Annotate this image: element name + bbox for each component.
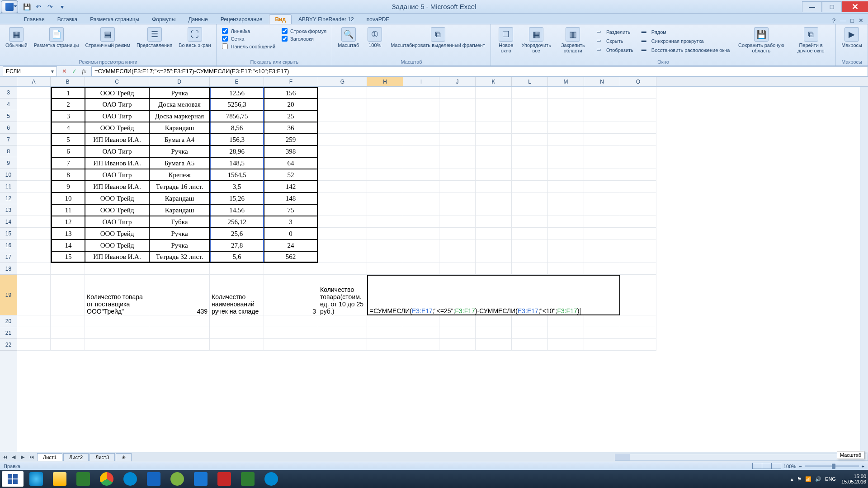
cell[interactable] [403,157,439,169]
cell[interactable]: ИП Иванов И.А. [85,157,149,169]
cell[interactable] [439,122,476,134]
cell[interactable]: ООО Трейд [85,192,149,204]
cell[interactable] [620,275,656,315]
row-header-8[interactable]: 8 [0,145,17,157]
cell[interactable] [584,204,620,216]
cell[interactable] [439,99,476,110]
cell[interactable] [17,87,51,99]
cell[interactable] [367,134,403,145]
cell[interactable] [367,204,403,216]
cell[interactable]: ООО Трейд [85,87,149,99]
cell[interactable]: 25,6 [210,228,264,239]
grid[interactable]: 345678910111213141516171819202122 1ООО Т… [0,87,868,452]
cell[interactable]: Доска маркерная [149,110,210,122]
gridlines-checkbox[interactable]: Сетка [222,36,275,42]
cell[interactable] [512,315,548,327]
cell[interactable] [17,110,51,122]
cell[interactable] [149,327,210,339]
cell[interactable]: 75 [264,204,318,216]
cell[interactable] [17,145,51,157]
cell[interactable]: 12 [51,216,85,228]
cell[interactable] [584,87,620,99]
row-header-11[interactable]: 11 [0,181,17,192]
cell[interactable]: 259 [264,134,318,145]
tray-flag-icon[interactable]: ⚑ [797,476,802,482]
cell[interactable] [620,204,656,216]
cell[interactable] [210,339,264,351]
cell[interactable]: 5256,3 [210,99,264,110]
tray-lang[interactable]: ENG [825,476,836,482]
cell[interactable] [403,251,439,263]
cell[interactable] [17,204,51,216]
taskbar-save-icon[interactable] [190,471,212,487]
cell[interactable]: 28,96 [210,145,264,157]
cell[interactable] [620,315,656,327]
cell[interactable] [403,99,439,110]
cell[interactable] [548,315,584,327]
cell[interactable] [548,145,584,157]
cell[interactable]: 3 [264,275,318,315]
formula-input[interactable]: =СУММЕСЛИ(E3:E17;"<=25";F3:F17)-СУММЕСЛИ… [91,66,868,76]
zoom-button[interactable]: 🔍Масштаб [336,26,361,49]
tab-вид[interactable]: Вид [269,14,292,24]
cell[interactable] [403,181,439,192]
cell[interactable]: 14 [51,239,85,251]
cell[interactable] [620,327,656,339]
cell[interactable]: 36 [264,122,318,134]
cell[interactable]: 24 [264,239,318,251]
cell[interactable] [548,239,584,251]
undo-icon[interactable]: ↶ [34,3,42,11]
cell[interactable] [439,216,476,228]
office-button[interactable] [1,0,18,13]
sheet-tab-Лист3[interactable]: Лист3 [90,453,115,461]
cell[interactable]: 7856,75 [210,110,264,122]
cell[interactable] [264,315,318,327]
cell[interactable] [476,251,512,263]
cell[interactable] [512,327,548,339]
cell[interactable] [149,263,210,275]
cell[interactable] [512,263,548,275]
cell[interactable] [512,99,548,110]
unhide-button[interactable]: ▭Отобразить [594,46,635,54]
cell[interactable] [584,327,620,339]
cell[interactable] [548,327,584,339]
col-header-E[interactable]: E [210,77,264,86]
taskbar-chrome-icon[interactable] [96,471,118,487]
cell[interactable] [439,181,476,192]
cell[interactable]: 5 [51,134,85,145]
cell[interactable] [512,87,548,99]
col-header-H[interactable]: H [367,77,403,86]
cell[interactable] [620,192,656,204]
cell[interactable]: 3 [264,216,318,228]
cell[interactable]: 398 [264,145,318,157]
cell[interactable] [439,228,476,239]
cell[interactable]: Карандаш [149,192,210,204]
taskbar-clock[interactable]: 15:00 15.05.2016 [841,474,866,484]
cell[interactable] [512,157,548,169]
cell[interactable] [548,339,584,351]
tab-рецензирование[interactable]: Рецензирование [215,14,269,24]
cell[interactable]: 156,3 [210,134,264,145]
cell[interactable]: Карандаш [149,122,210,134]
cell[interactable] [620,339,656,351]
select-all-corner[interactable] [0,77,17,86]
cell[interactable]: ОАО Тигр [85,145,149,157]
cell[interactable] [85,339,149,351]
cell[interactable] [476,228,512,239]
cell[interactable] [17,99,51,110]
ribbon-close-icon[interactable]: ✕ [859,17,863,24]
cell[interactable] [149,315,210,327]
cell[interactable] [318,204,367,216]
cell[interactable] [439,145,476,157]
cell[interactable] [403,339,439,351]
cell[interactable]: 14,56 [210,204,264,216]
cell[interactable] [367,169,403,181]
cell[interactable] [476,239,512,251]
cell[interactable]: 13 [51,228,85,239]
cell[interactable] [584,122,620,134]
horizontal-scrollbar[interactable] [615,454,868,461]
cell[interactable] [439,251,476,263]
cell[interactable] [367,327,403,339]
col-header-B[interactable]: B [51,77,85,86]
cell[interactable] [51,327,85,339]
